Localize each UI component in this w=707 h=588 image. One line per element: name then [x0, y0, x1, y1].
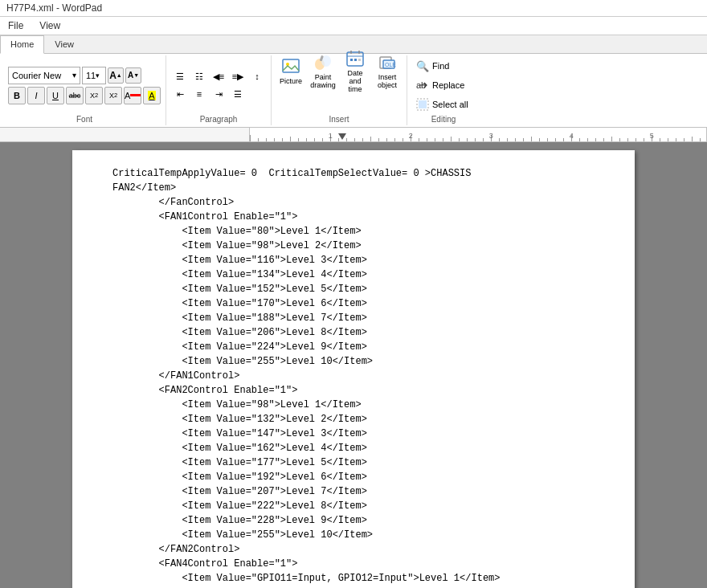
bold-button[interactable]: B [8, 87, 26, 104]
title-bar: H77P4.xml - WordPad [0, 0, 707, 17]
font-color-button[interactable]: A [124, 87, 141, 104]
paragraph-group-label: Paragraph [200, 113, 238, 124]
svg-rect-9 [350, 59, 353, 61]
editor-page: CriticalTempApplyValue= 0 CriticalTempSe… [72, 150, 635, 588]
svg-rect-11 [358, 59, 361, 61]
font-size-input[interactable]: 11 ▾ [82, 67, 106, 84]
ruler-marker[interactable] [338, 133, 346, 141]
insert-object-label: Insert object [378, 74, 397, 90]
line-spacing-button[interactable]: ↕ [248, 68, 266, 84]
ribbon-content: Courier New ▾ 11 ▾ A ▲ A ▼ B I [0, 54, 707, 128]
list-bullets-button[interactable]: ☰ [171, 68, 189, 84]
font-name-row: Courier New ▾ 11 ▾ A ▲ A ▼ [8, 67, 141, 84]
editor-content[interactable]: CriticalTempApplyValue= 0 CriticalTempSe… [112, 166, 595, 588]
ruler: 1234567 [0, 128, 707, 142]
font-grow-button[interactable]: A ▲ [108, 67, 124, 84]
svg-rect-0 [283, 59, 299, 72]
strikethrough-button[interactable]: abc [66, 87, 84, 104]
menu-file[interactable]: File [5, 18, 27, 33]
ruler-inner: 1234567 [249, 128, 707, 141]
align-left-button[interactable]: ⇤ [171, 86, 189, 102]
editing-group: 🔍 Find ab Replace Select all Editing [407, 55, 480, 125]
indent-decrease-button[interactable]: ◀≡ [210, 68, 227, 84]
find-icon: 🔍 [416, 59, 429, 72]
replace-icon: ab [416, 79, 429, 92]
italic-button[interactable]: I [27, 87, 45, 104]
paint-icon [313, 53, 333, 72]
svg-rect-10 [354, 59, 357, 61]
font-formatting-row: B I U abc X2 X2 A A [8, 87, 161, 104]
tab-view[interactable]: View [44, 35, 84, 53]
tab-home[interactable]: Home [0, 35, 44, 54]
underline-button[interactable]: U [47, 87, 64, 104]
find-button[interactable]: 🔍 Find [412, 57, 475, 75]
font-name-input[interactable]: Courier New ▾ [8, 67, 80, 84]
align-right-button[interactable]: ⇥ [210, 86, 227, 102]
paint-drawing-button[interactable]: Paint drawing [309, 57, 337, 86]
subscript-button[interactable]: X2 [85, 87, 103, 104]
date-time-button[interactable]: Date and time [341, 57, 370, 86]
picture-button[interactable]: Picture [276, 57, 305, 86]
menu-view[interactable]: View [36, 18, 63, 33]
font-group-label: Font [76, 113, 92, 124]
editor-container[interactable]: CriticalTempApplyValue= 0 CriticalTempSe… [0, 142, 707, 588]
insert-group: Picture Paint drawing Date and time OLE … [272, 55, 407, 125]
calendar-icon [345, 49, 365, 68]
list-numbers-button[interactable]: ☷ [190, 68, 208, 84]
insert-group-label: Insert [329, 113, 349, 124]
paragraph-group: ☰ ☷ ◀≡ ≡▶ ↕ ⇤ ≡ ⇥ ☰ Paragraph [166, 55, 272, 125]
title-text: H77P4.xml - WordPad [6, 2, 102, 14]
picture-label: Picture [280, 78, 302, 86]
picture-icon [281, 57, 300, 76]
align-center-button[interactable]: ≡ [190, 86, 208, 102]
align-justify-button[interactable]: ☰ [229, 86, 247, 102]
select-all-icon [416, 98, 429, 111]
font-shrink-button[interactable]: A ▼ [125, 67, 141, 84]
indent-increase-button[interactable]: ≡▶ [229, 68, 247, 84]
menu-bar: File View [0, 17, 707, 35]
insert-object-button[interactable]: OLE Insert object [373, 57, 402, 86]
replace-button[interactable]: ab Replace [412, 76, 475, 94]
paint-label: Paint drawing [310, 74, 336, 90]
date-time-label: Date and time [341, 70, 369, 94]
insert-icon: OLE [378, 53, 397, 72]
svg-text:OLE: OLE [385, 62, 396, 67]
svg-rect-18 [419, 100, 427, 108]
select-all-button[interactable]: Select all [412, 96, 475, 113]
font-group: Courier New ▾ 11 ▾ A ▲ A ▼ B I [3, 55, 166, 125]
superscript-button[interactable]: X2 [104, 87, 122, 104]
editing-group-label: Editing [431, 113, 456, 124]
highlight-color-button[interactable]: A [143, 87, 161, 104]
